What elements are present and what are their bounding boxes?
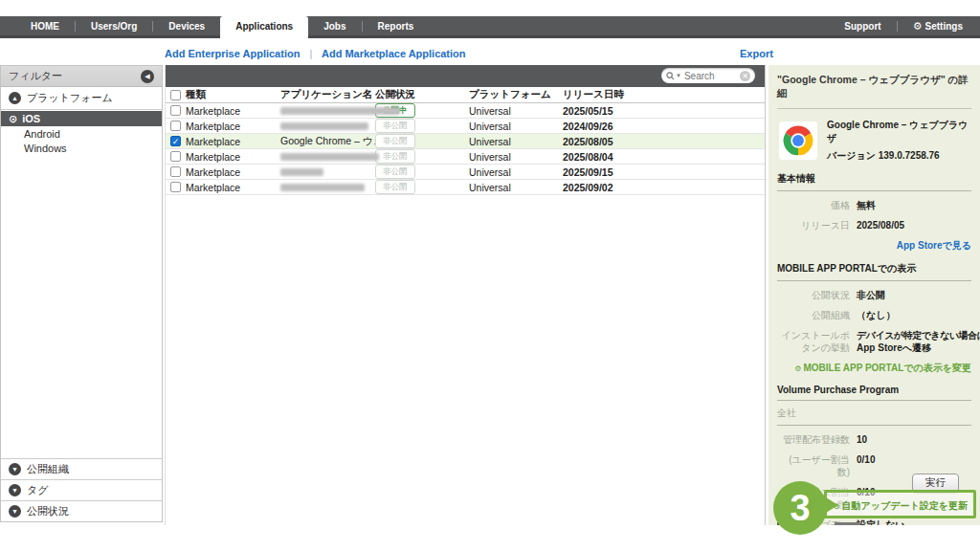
gear-icon: ⚙	[913, 20, 923, 33]
cell-platform: Universal	[469, 136, 563, 147]
row-checkbox[interactable]	[170, 105, 181, 116]
add-links: Add Enterprise Application | Add Marketp…	[165, 48, 466, 59]
status-badge: 非公開	[375, 149, 415, 164]
cell-platform: Universal	[469, 166, 563, 178]
table-row[interactable]: Marketplace 非公開 Universal 2025/08/04	[166, 149, 765, 165]
column-header[interactable]: アプリケーション名	[280, 88, 375, 101]
cell-platform: Universal	[469, 105, 563, 117]
cell-release-date: 2024/09/26	[563, 121, 765, 132]
settings-link[interactable]: ⚙Settings	[909, 20, 967, 33]
redacted-app-name	[280, 184, 365, 191]
search-input[interactable]	[684, 71, 738, 81]
select-all-checkbox[interactable]	[170, 90, 181, 100]
add-enterprise-application-link[interactable]: Add Enterprise Application	[165, 48, 300, 59]
filter-sidebar: フィルター ◀ ▲ プラットフォーム ⊙iOSAndroidWindows ▼公…	[0, 65, 163, 522]
table-row[interactable]: Marketplace 公開中 Universal 2025/05/15	[166, 103, 765, 119]
table-row[interactable]: ✓ Marketplace Google Chrome – ウェブブ... 非公…	[166, 134, 765, 149]
tab-devices[interactable]: Devices	[153, 16, 220, 35]
tab-jobs[interactable]: Jobs	[308, 16, 361, 35]
app-title-block: Google Chrome – ウェブブラウザ バージョン 139.0.7258…	[827, 119, 971, 163]
sidebar-item-windows[interactable]: Windows	[1, 142, 162, 155]
sidebar-section-タグ[interactable]: ▼タグ	[1, 479, 162, 500]
table-row[interactable]: Marketplace 非公開 Universal 2025/09/15	[166, 165, 765, 180]
field-label: 管理配布登録数	[777, 433, 850, 446]
cell-status: 非公開	[375, 165, 469, 179]
tab-users-org[interactable]: Users/Org	[76, 16, 152, 35]
sidebar-section-公開組織[interactable]: ▼公開組織	[1, 458, 162, 479]
add-marketplace-application-link[interactable]: Add Marketplace Application	[322, 48, 466, 59]
app-store-link[interactable]: App Storeで見る	[897, 240, 971, 251]
status-badge: 非公開	[375, 180, 415, 194]
table-row[interactable]: Marketplace 非公開 Universal 2025/09/02	[166, 180, 765, 195]
portal-change-link[interactable]: MOBILE APP PORTALでの表示を変更	[803, 363, 971, 373]
sidebar-section-platform[interactable]: ▲ プラットフォーム	[1, 87, 162, 110]
portal-change-link-row: ⚙MOBILE APP PORTALでの表示を変更	[777, 362, 971, 375]
cell-app-name	[280, 153, 375, 161]
clear-search-icon[interactable]: ✕	[740, 71, 750, 81]
gear-icon: ⚙	[794, 364, 801, 373]
sidebar-bottom-sections: ▼公開組織▼タグ▼公開状況	[1, 458, 162, 521]
field-label: 価格	[777, 199, 850, 211]
cell-app-name	[280, 107, 375, 115]
chevron-down-icon: ▼	[9, 463, 21, 475]
column-header[interactable]: 公開状況	[375, 88, 469, 101]
row-checkbox[interactable]	[170, 166, 181, 177]
sidebar-item-android[interactable]: Android	[1, 127, 162, 141]
settings-label: Settings	[925, 21, 963, 32]
tab-home[interactable]: HOME	[15, 16, 75, 35]
cell-app-name	[280, 184, 375, 191]
support-link[interactable]: Support	[840, 21, 884, 32]
application-table: ▼ ✕ 種類 アプリケーション名 公開状況 プラットフォーム リリース日時 Ma…	[165, 65, 766, 525]
step-badge: 3	[773, 481, 827, 535]
cell-type: Marketplace	[186, 136, 280, 147]
vpp-org: 全社	[777, 407, 971, 420]
sidebar-item-ios[interactable]: ⊙iOS	[1, 111, 162, 126]
status-badge: 非公開	[375, 119, 415, 133]
filter-title: フィルター	[9, 69, 62, 83]
tab-reports[interactable]: Reports	[363, 16, 430, 35]
sidebar-section-公開状況[interactable]: ▼公開状況	[1, 500, 162, 521]
field-portal-org: 公開組織 （なし）	[777, 309, 971, 321]
field-value: （なし）	[857, 309, 895, 321]
field-label: 公開組織	[777, 309, 850, 321]
column-header[interactable]: リリース日時	[563, 88, 765, 101]
cell-type: Marketplace	[186, 151, 280, 163]
redacted-app-name	[280, 107, 400, 115]
top-nav: HOMEUsers/OrgDevicesApplicationsJobsRepo…	[0, 16, 980, 38]
column-header[interactable]: プラットフォーム	[469, 88, 563, 101]
export-link[interactable]: Export	[740, 48, 773, 59]
redacted-app-name	[280, 153, 379, 161]
column-header[interactable]: 種類	[186, 88, 280, 101]
divider	[777, 425, 971, 426]
row-checkbox[interactable]	[170, 121, 181, 131]
section-basic-info: 基本情報	[777, 172, 971, 186]
chevron-left-icon[interactable]: ◀	[141, 70, 154, 83]
tab-applications[interactable]: Applications	[220, 16, 308, 38]
autoupdate-settings-link[interactable]: 自動アップデート設定を更新	[842, 500, 968, 511]
cell-type: Marketplace	[186, 182, 280, 193]
section-vpp: Volume Purchase Program	[777, 385, 971, 395]
detail-panel: "Google Chrome – ウェブブラウザ" の詳細 Google Chr…	[768, 65, 980, 525]
clipped-text-fragment	[835, 522, 859, 525]
cell-status: 非公開	[375, 149, 469, 164]
divider	[777, 190, 971, 191]
table-row[interactable]: Marketplace 非公開 Universal 2024/09/26	[166, 119, 765, 134]
search-box[interactable]: ▼ ✕	[661, 68, 755, 83]
chevron-down-icon: ▼	[9, 505, 21, 518]
row-checkbox[interactable]: ✓	[170, 136, 181, 146]
cell-release-date: 2025/09/15	[563, 166, 765, 178]
cell-platform: Universal	[469, 121, 563, 132]
sidebar-section-label: タグ	[27, 483, 49, 497]
field-install-behavior: インストールボタンの挙動 デバイスが特定できない場合には App Storeへ遷…	[777, 329, 971, 354]
cell-platform: Universal	[469, 182, 563, 193]
field-value: 無料	[857, 199, 876, 211]
field-portal-status: 公開状況 非公開	[777, 289, 971, 301]
field-value: 10	[857, 433, 867, 446]
row-checkbox[interactable]	[170, 182, 181, 192]
filter-header: フィルター ◀	[1, 66, 162, 87]
field-managed-count: 管理配布登録数 10	[777, 433, 971, 446]
search-scope-caret-icon[interactable]: ▼	[676, 73, 681, 78]
field-label: インストールボタンの挙動	[777, 329, 850, 354]
chrome-app-icon	[779, 121, 817, 160]
row-checkbox[interactable]	[170, 151, 181, 162]
